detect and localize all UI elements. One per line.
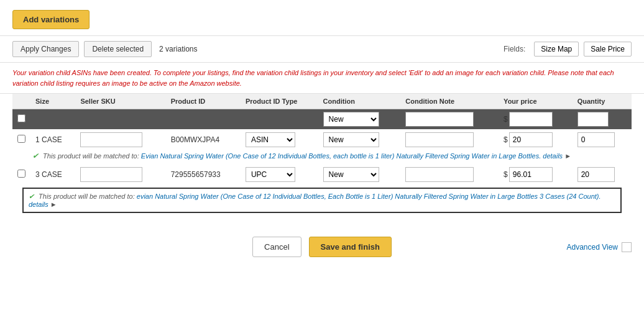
default-size-cell	[30, 109, 75, 130]
row1-dollar-sign: $	[504, 135, 508, 144]
row1-seller-sku-input[interactable]	[80, 132, 142, 147]
row2-size-label: 3 CASE	[35, 170, 62, 179]
row2-match-cell: ✔ This product will be matched to: evian…	[12, 185, 632, 220]
row1-qty-input[interactable]	[577, 132, 615, 147]
row2-price-input[interactable]	[509, 167, 553, 182]
default-product-id-type-cell	[241, 109, 318, 130]
row2-qty-input[interactable]	[577, 167, 615, 182]
row2-product-id-type-select[interactable]: ASIN UPC EAN ISBN	[246, 167, 295, 182]
default-condition-cell: New Used Collectible Refurbished	[318, 109, 401, 130]
add-variations-section: Add variations	[0, 0, 644, 36]
header-your-price: Your price	[499, 94, 573, 109]
row1-seller-sku-cell	[75, 129, 165, 150]
default-condition-note-cell	[400, 109, 499, 130]
default-dollar-sign: $	[504, 115, 508, 124]
default-checkbox-cell	[12, 109, 30, 130]
default-product-id-cell	[166, 109, 241, 130]
row2-seller-sku-cell	[75, 164, 165, 185]
row2-condition-note-input[interactable]	[405, 167, 474, 182]
header-condition-note: Condition Note	[400, 94, 499, 109]
row1-size-cell: 1 CASE	[30, 129, 75, 150]
row2-qty-cell	[573, 164, 632, 185]
default-settings-row: New Used Collectible Refurbished $	[12, 109, 632, 130]
row1-match-label: This product will be matched to:	[43, 152, 139, 160]
row1-condition-cell: New Used Collectible Refurbished	[318, 129, 401, 150]
table-header-row: Size Seller SKU Product ID Product ID Ty…	[12, 94, 632, 109]
row1-details-link[interactable]: details	[543, 152, 563, 160]
advanced-view-checkbox[interactable]	[622, 242, 632, 252]
advanced-view-label: Advanced View	[567, 243, 619, 252]
default-condition-note-input[interactable]	[405, 112, 474, 127]
row1-checkbox-cell	[12, 129, 30, 150]
header-product-id-type: Product ID Type	[241, 94, 318, 109]
row2-checkbox[interactable]	[17, 170, 25, 178]
row1-match-row: ✔ This product will be matched to: Evian…	[12, 150, 632, 164]
header-condition: Condition	[318, 94, 401, 109]
row1-match-link[interactable]: Evian Natural Spring Water (One Case of …	[141, 152, 541, 160]
row1-product-id-label: B00MWXJPA4	[171, 135, 219, 144]
row2-match-link[interactable]: evian Natural Spring Water (One Case of …	[137, 193, 601, 200]
default-seller-sku-cell	[75, 109, 165, 130]
info-text: Your variation child ASINs have been cre…	[0, 63, 644, 94]
add-variations-button[interactable]: Add variations	[12, 10, 90, 29]
row2-condition-select[interactable]: New Used Collectible Refurbished	[323, 167, 379, 182]
row2-seller-sku-input[interactable]	[80, 167, 142, 182]
row1-size-label: 1 CASE	[35, 135, 62, 144]
row1-price-cell: $	[499, 129, 573, 150]
save-and-finish-button[interactable]: Save and finish	[309, 237, 392, 257]
header-seller-sku: Seller SKU	[75, 94, 165, 109]
row2-condition-note-cell	[400, 164, 499, 185]
default-price-cell: $	[499, 109, 573, 130]
apply-changes-button[interactable]: Apply Changes	[12, 41, 79, 57]
row1-match-text: ✔ This product will be matched to: Evian…	[32, 152, 571, 160]
row1-arrow: ►	[564, 152, 571, 160]
default-checkbox[interactable]	[17, 114, 25, 122]
row1-checkbox[interactable]	[17, 135, 25, 143]
size-map-field-button[interactable]: Size Map	[534, 42, 579, 57]
row2-product-id-label: 729555657933	[171, 170, 221, 179]
variations-table-container: Size Seller SKU Product ID Product ID Ty…	[0, 94, 644, 220]
row1-checkmark-icon: ✔	[32, 152, 39, 160]
row2-match-box: ✔ This product will be matched to: evian…	[22, 188, 622, 213]
table-row: 3 CASE 729555657933 ASIN UPC EAN ISBN	[12, 164, 632, 185]
row1-condition-select[interactable]: New Used Collectible Refurbished	[323, 132, 379, 147]
row2-product-id-type-cell: ASIN UPC EAN ISBN	[241, 164, 318, 185]
fields-label: Fields:	[504, 45, 525, 53]
row1-qty-cell	[573, 129, 632, 150]
header-size: Size	[30, 94, 75, 109]
row2-match-row: ✔ This product will be matched to: evian…	[12, 185, 632, 220]
row2-size-cell: 3 CASE	[30, 164, 75, 185]
bottom-bar: Cancel Save and finish Advanced View	[0, 227, 644, 267]
cancel-button[interactable]: Cancel	[252, 237, 301, 257]
row2-product-id-cell: 729555657933	[166, 164, 241, 185]
header-checkbox-cell	[12, 94, 30, 109]
variations-table: Size Seller SKU Product ID Product ID Ty…	[12, 94, 632, 220]
header-quantity: Quantity	[573, 94, 632, 109]
delete-selected-button[interactable]: Delete selected	[84, 41, 152, 57]
row2-match-label: This product will be matched to:	[39, 193, 135, 200]
row2-dollar-sign: $	[504, 170, 508, 179]
toolbar: Apply Changes Delete selected 2 variatio…	[0, 36, 644, 63]
row2-checkmark-icon: ✔	[29, 193, 34, 200]
default-qty-input[interactable]	[577, 112, 609, 127]
table-row: 1 CASE B00MWXJPA4 ASIN UPC EAN ISBN	[12, 129, 632, 150]
row2-checkbox-cell	[12, 164, 30, 185]
row1-price-input[interactable]	[509, 132, 553, 147]
row1-product-id-type-cell: ASIN UPC EAN ISBN	[241, 129, 318, 150]
row2-price-cell: $	[499, 164, 573, 185]
variations-count: 2 variations	[159, 45, 197, 53]
row1-product-id-type-select[interactable]: ASIN UPC EAN ISBN	[246, 132, 295, 147]
sale-price-field-button[interactable]: Sale Price	[584, 42, 632, 57]
row1-product-id-cell: B00MWXJPA4	[166, 129, 241, 150]
default-qty-cell	[573, 109, 632, 130]
row1-match-cell: ✔ This product will be matched to: Evian…	[12, 150, 632, 164]
default-condition-select[interactable]: New Used Collectible Refurbished	[323, 112, 379, 127]
header-product-id: Product ID	[166, 94, 241, 109]
row2-details-link[interactable]: details	[29, 201, 48, 208]
row2-arrow: ►	[50, 201, 57, 208]
row2-condition-cell: New Used Collectible Refurbished	[318, 164, 401, 185]
row1-condition-note-input[interactable]	[405, 132, 474, 147]
advanced-view-toggle[interactable]: Advanced View	[567, 242, 632, 252]
default-price-input[interactable]	[509, 112, 553, 127]
row1-condition-note-cell	[400, 129, 499, 150]
